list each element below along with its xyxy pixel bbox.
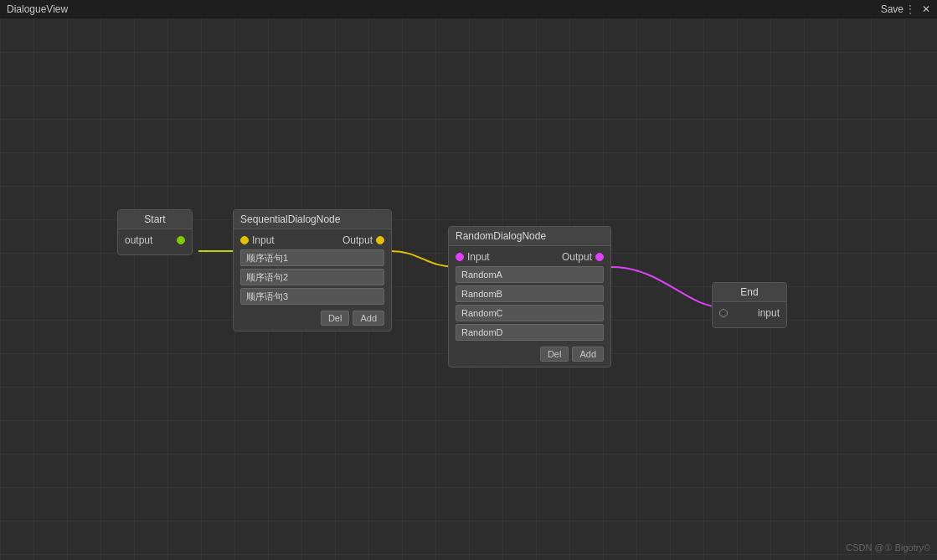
node-sequential-body: Input Output Del Add	[234, 229, 391, 331]
start-output-port[interactable]	[177, 236, 185, 244]
sequential-output-label: Output	[342, 234, 373, 246]
sequential-input-label: Input	[252, 234, 275, 246]
random-del-button[interactable]: Del	[540, 347, 569, 362]
titlebar-title: DialogueView	[7, 3, 68, 15]
node-random-header: RandomDialogNode	[449, 227, 610, 246]
random-output-label: Output	[562, 251, 592, 263]
sequential-field-2[interactable]	[240, 288, 384, 305]
random-ports-row: Input Output	[456, 251, 604, 263]
sequential-field-1[interactable]	[240, 269, 384, 285]
random-btn-row: Del Add	[456, 347, 604, 362]
node-end[interactable]: End input	[712, 282, 787, 328]
random-output-port[interactable]	[595, 253, 604, 261]
titlebar: DialogueView ⋮ ✕	[0, 0, 937, 18]
random-add-button[interactable]: Add	[572, 347, 604, 362]
node-end-header: End	[713, 283, 786, 302]
node-start[interactable]: Start output	[117, 209, 193, 255]
sequential-field-0[interactable]	[240, 249, 384, 266]
end-input-port[interactable]	[719, 309, 728, 317]
sequential-ports-row: Input Output	[240, 234, 384, 246]
node-sequential-header: SequentialDialogNode	[234, 210, 391, 229]
start-output-label: output	[125, 234, 152, 246]
canvas: Start output SequentialDialogNode Input …	[0, 18, 937, 560]
menu-icon[interactable]: ⋮	[905, 3, 915, 15]
node-start-body: output	[118, 229, 192, 254]
close-icon[interactable]: ✕	[922, 3, 930, 15]
random-input-port[interactable]	[456, 253, 464, 261]
sequential-output-port-container: Output	[342, 234, 384, 246]
random-input-label: Input	[467, 251, 490, 263]
sequential-del-button[interactable]: Del	[321, 311, 350, 326]
node-random-body: Input Output Del Add	[449, 246, 610, 367]
random-field-2[interactable]	[456, 305, 604, 321]
watermark: CSDN @① Bigotry©	[846, 542, 930, 553]
node-start-header: Start	[118, 210, 192, 229]
sequential-input-port[interactable]	[240, 236, 249, 244]
random-field-1[interactable]	[456, 285, 604, 302]
end-input-row: input	[719, 307, 780, 319]
node-end-body: input	[713, 302, 786, 327]
start-output-row: output	[125, 234, 185, 246]
random-output-port-container: Output	[562, 251, 604, 263]
sequential-input-port-container: Input	[240, 234, 275, 246]
node-random[interactable]: RandomDialogNode Input Output Del Add	[448, 226, 611, 367]
sequential-output-port[interactable]	[376, 236, 384, 244]
random-field-0[interactable]	[456, 266, 604, 283]
sequential-add-button[interactable]: Add	[353, 311, 384, 326]
sequential-btn-row: Del Add	[240, 311, 384, 326]
random-input-port-container: Input	[456, 251, 490, 263]
node-sequential[interactable]: SequentialDialogNode Input Output Del Ad…	[233, 209, 392, 331]
random-field-3[interactable]	[456, 324, 604, 341]
save-button[interactable]: Save	[881, 3, 904, 15]
end-input-label: input	[758, 307, 780, 319]
titlebar-controls: ⋮ ✕	[905, 3, 930, 15]
